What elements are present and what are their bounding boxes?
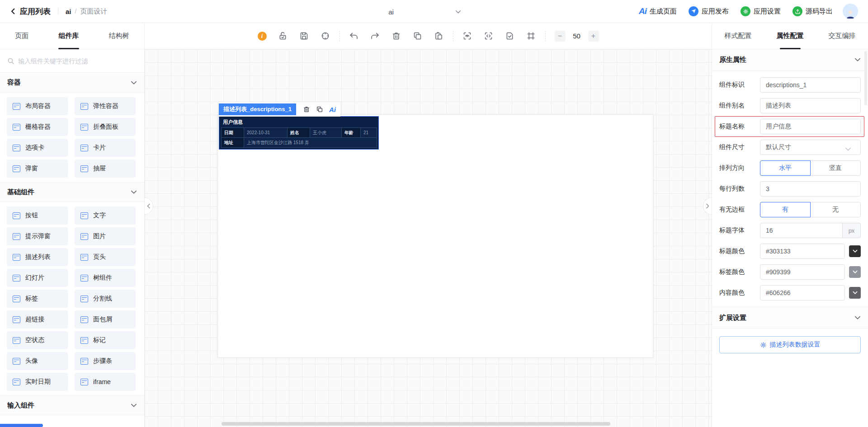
component-item-carousel[interactable]: 幻灯片 <box>7 269 68 287</box>
segmented-control: 有无 <box>760 202 861 217</box>
component-item-drawer[interactable]: 抽屉 <box>75 160 136 178</box>
selected-component-badge[interactable]: 描述列表_descriptions_1 <box>219 103 296 115</box>
right-tab-1[interactable]: 属性配置 <box>777 23 804 49</box>
component-label: 栅格容器 <box>25 123 51 131</box>
page-select[interactable]: ai <box>316 4 466 20</box>
component-item-mark[interactable]: 标记 <box>75 331 136 349</box>
native-props-section-header[interactable]: 原生属性 <box>712 49 868 71</box>
component-item-button[interactable]: 按钮 <box>7 206 68 225</box>
zoom-in-button[interactable]: + <box>588 31 599 42</box>
segment-option-0[interactable]: 水平 <box>760 160 811 176</box>
component-item-tag[interactable]: 标签 <box>7 290 68 308</box>
field-input-9[interactable] <box>766 268 839 276</box>
field-input-7[interactable] <box>766 227 837 234</box>
collapse-right-panel-handle[interactable] <box>703 197 712 215</box>
unlock-button[interactable] <box>278 31 288 41</box>
section-header-0[interactable]: 容器 <box>0 73 144 93</box>
component-item-breadcrumb[interactable]: 面包屑 <box>75 310 136 328</box>
avatar[interactable] <box>843 4 858 19</box>
target-button[interactable] <box>321 31 330 41</box>
color-swatch-button[interactable] <box>849 266 861 278</box>
page-scrollbar-thumb[interactable] <box>0 424 43 427</box>
component-item-datetime[interactable]: 实时日期 <box>7 373 68 391</box>
code-view-button[interactable] <box>484 31 494 41</box>
field-input-8[interactable] <box>766 248 839 255</box>
component-item-avatar[interactable]: 头像 <box>7 352 68 370</box>
ai-logo-icon: Ai <box>639 6 646 16</box>
ai-edit-icon[interactable]: Ai <box>329 106 336 113</box>
save-button[interactable] <box>299 31 309 41</box>
redo-button[interactable] <box>370 31 380 41</box>
zoom-out-button[interactable]: − <box>555 31 566 42</box>
component-item-steps[interactable]: 步骤条 <box>75 352 136 370</box>
component-item-grid-container[interactable]: 栅格容器 <box>7 118 68 136</box>
component-item-dialog[interactable]: 弹窗 <box>7 160 68 178</box>
component-item-collapse-panel[interactable]: 折叠面板 <box>75 118 136 136</box>
header-action-export[interactable]: 源码导出 <box>793 6 833 16</box>
component-item-divider[interactable]: 分割线 <box>75 290 136 308</box>
segment-option-1[interactable]: 无 <box>810 202 861 217</box>
component-item-empty-state[interactable]: 空状态 <box>7 331 68 349</box>
component-item-image[interactable]: 图片 <box>75 227 136 245</box>
copy-button[interactable] <box>413 31 423 41</box>
left-tab-1[interactable]: 组件库 <box>58 23 79 49</box>
header-action-publish[interactable]: 应用发布 <box>689 6 729 16</box>
component-label: 图片 <box>93 232 106 240</box>
descriptions-data-settings-button[interactable]: 描述列表数据设置 <box>719 336 861 353</box>
segment-option-1[interactable]: 竖直 <box>810 160 861 176</box>
component-item-flex-container[interactable]: 弹性容器 <box>75 97 136 115</box>
header-action-ai-logo[interactable]: Ai生成页面 <box>639 6 677 16</box>
component-item-tabs[interactable]: 选项卡 <box>7 139 68 157</box>
component-item-iframe[interactable]: iframe <box>75 373 136 391</box>
section-header-1[interactable]: 基础组件 <box>0 182 144 202</box>
field-select-3[interactable]: 默认尺寸 <box>760 140 861 155</box>
field-row-2: 标题名称 <box>719 119 861 134</box>
delete-component-icon[interactable] <box>303 106 310 113</box>
toolbar-group-view <box>462 31 536 41</box>
color-swatch-button[interactable] <box>849 287 861 299</box>
delete-button[interactable] <box>392 31 401 41</box>
desc-value-cell: 上海市普陀区金沙江路 1518 弄 <box>244 138 377 148</box>
extend-section-header[interactable]: 扩展设置 <box>712 307 868 328</box>
breadcrumb-app[interactable]: ai <box>66 8 71 15</box>
component-item-card[interactable]: 卡片 <box>75 139 136 157</box>
collapse-left-panel-handle[interactable] <box>145 197 153 215</box>
info-icon[interactable]: i <box>258 32 267 41</box>
validate-button[interactable] <box>505 31 515 41</box>
component-search-input[interactable] <box>18 57 137 65</box>
frame-button[interactable] <box>526 31 536 41</box>
back-button[interactable]: 应用列表 <box>10 6 51 17</box>
app-designer: 应用列表 ai / 页面设计 ai Ai生成页面应用发布应用设置源码导出 页面组… <box>0 0 868 427</box>
field-input-box <box>760 285 845 300</box>
undo-button[interactable] <box>349 31 359 41</box>
descriptions-component[interactable]: 用户信息 日期2022-10-31姓名王小虎年龄21地址上海市普陀区金沙江路 1… <box>219 116 379 150</box>
field-input-10[interactable] <box>766 289 839 296</box>
field-input-1[interactable] <box>766 102 855 109</box>
component-item-hyperlink[interactable]: 超链接 <box>7 310 68 328</box>
right-tab-0[interactable]: 样式配置 <box>725 23 752 49</box>
dialog-icon <box>13 165 20 172</box>
component-item-tree[interactable]: 树组件 <box>75 269 136 287</box>
field-input-2[interactable] <box>766 123 855 130</box>
component-item-text[interactable]: 文字 <box>75 206 136 225</box>
paste-button[interactable] <box>434 31 444 41</box>
component-item-page-header[interactable]: 页头 <box>75 248 136 266</box>
left-tab-0[interactable]: 页面 <box>15 23 28 49</box>
section-header-2[interactable]: 输入组件 <box>0 395 144 415</box>
left-tab-2[interactable]: 结构树 <box>109 23 129 49</box>
field-input-0[interactable] <box>766 81 855 89</box>
copy-component-icon[interactable] <box>316 106 323 113</box>
field-input-5[interactable] <box>766 185 855 192</box>
component-item-layout-container[interactable]: 布局容器 <box>7 97 68 115</box>
design-canvas[interactable]: 描述列表_descriptions_1 Ai 用户信息 日期2022-10-31… <box>145 49 712 427</box>
right-panel-scrollbar[interactable] <box>864 51 867 105</box>
right-tab-2[interactable]: 交互编排 <box>829 23 856 49</box>
color-swatch-button[interactable] <box>849 245 861 257</box>
artboard-page[interactable] <box>217 114 653 358</box>
component-item-alert-dialog[interactable]: 提示弹窗 <box>7 227 68 245</box>
header-action-settings[interactable]: 应用设置 <box>741 6 781 16</box>
component-item-descriptions[interactable]: 描述列表 <box>7 248 68 266</box>
preview-button[interactable] <box>462 31 472 41</box>
segment-option-0[interactable]: 有 <box>760 202 811 217</box>
field-label: 组件别名 <box>719 102 760 110</box>
